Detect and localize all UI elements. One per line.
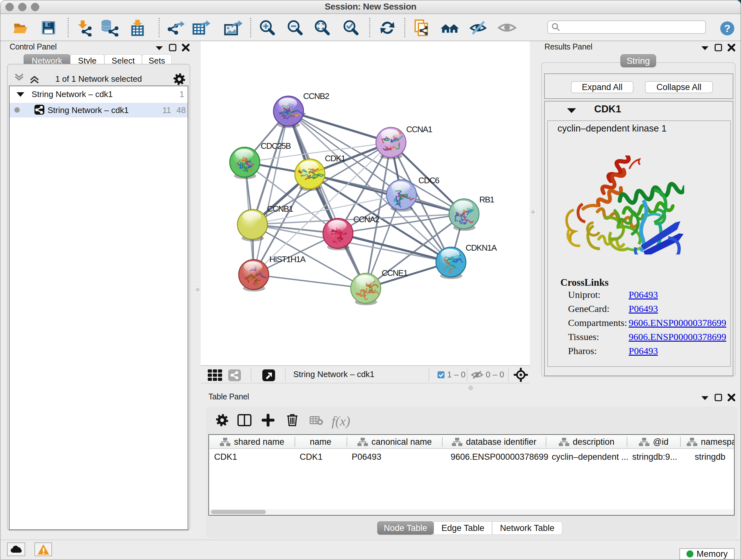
svg-text:CDK1: CDK1	[325, 153, 345, 163]
svg-text:CCNB1: CCNB1	[267, 204, 293, 213]
svg-text:CDC25B: CDC25B	[261, 141, 291, 151]
svg-text:CDKN1A: CDKN1A	[466, 243, 497, 253]
svg-text:CDC6: CDC6	[418, 176, 440, 185]
svg-text:CCNA2: CCNA2	[353, 214, 380, 224]
svg-text:CCNE1: CCNE1	[382, 268, 408, 278]
svg-text:HIST1H1A: HIST1H1A	[269, 254, 306, 264]
svg-text:RB1: RB1	[479, 195, 494, 204]
svg-text:CCNB2: CCNB2	[303, 91, 329, 101]
svg-text:CCNA1: CCNA1	[406, 125, 432, 134]
